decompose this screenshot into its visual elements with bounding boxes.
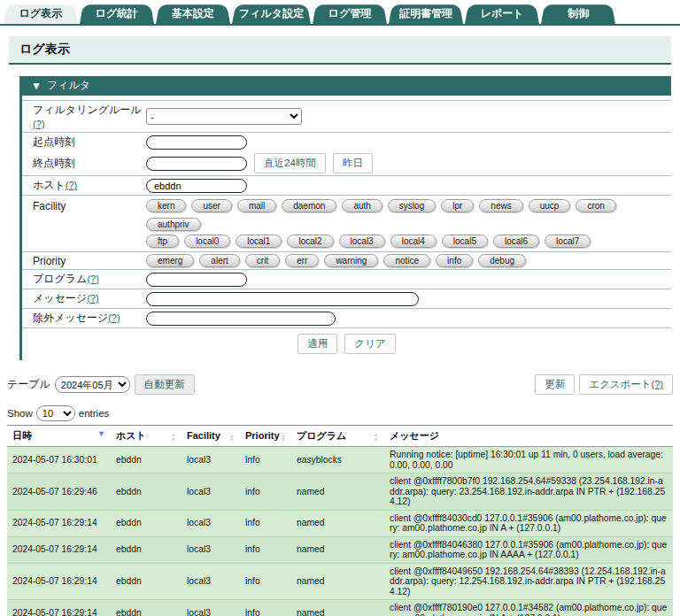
facility-pill-kern[interactable]: kern [146,199,186,212]
cell-facility: local3 [182,447,240,474]
facility-pill-row-1: kernusermaildaemonauthsysloglprnewsuucpc… [146,199,671,231]
facility-pill-news[interactable]: news [479,199,522,212]
cell-facility: local3 [182,474,240,511]
facility-pill-local3[interactable]: local3 [339,235,385,248]
priority-pill-emerg[interactable]: emerg [146,254,194,267]
filter-row-program: プログラム(?) [22,269,671,289]
priority-pill-info[interactable]: info [436,254,473,267]
priority-pill-crit[interactable]: crit [245,254,280,267]
export-button[interactable]: エクスポート(?) [579,374,673,395]
program-input[interactable] [146,273,247,287]
month-select[interactable]: 2024年05月 [55,376,130,393]
priority-pill-warning[interactable]: warning [324,254,378,267]
facility-pill-auth[interactable]: auth [342,199,382,212]
filtering-rule-select[interactable]: - [146,108,302,125]
facility-pill-lpr[interactable]: lpr [441,199,474,212]
filter-collapse-header[interactable]: ▼ フィルタ [22,76,671,96]
table-row[interactable]: 2024-05-07 16:29:14ebddnlocal3infonamedc… [7,536,673,563]
clear-button[interactable]: クリア [344,334,395,354]
program-help-link[interactable]: (?) [87,273,98,284]
priority-pill-alert[interactable]: alert [199,254,239,267]
facility-pill-syslog[interactable]: syslog [388,199,436,212]
facility-pill-row-2: ftplocal0local1local2local3local4local5l… [146,235,671,248]
cell-host: ebddn [111,474,182,511]
message-help-link[interactable]: (?) [87,293,98,304]
auto-refresh-button[interactable]: 自動更新 [135,374,195,395]
column-header-program[interactable]: プログラム▲▼ [291,426,384,447]
end-time-input[interactable] [146,157,247,171]
start-time-input[interactable] [146,135,247,150]
tab-ログ統計[interactable]: ログ統計 [80,3,154,24]
facility-pill-user[interactable]: user [191,199,231,212]
facility-pill-local7[interactable]: local7 [545,235,591,248]
page-length-select[interactable]: 10 [36,405,75,421]
sort-icons: ▲▼ [229,433,235,443]
tab-ログ管理[interactable]: ログ管理 [313,3,387,24]
facility-label: Facility [33,197,146,212]
cell-priority: info [240,600,291,616]
cell-message: client @0xffff84030cd0 127.0.0.1#35906 (… [384,510,673,536]
cell-datetime: 2024-05-07 16:30:01 [7,447,111,474]
facility-pill-daemon[interactable]: daemon [282,199,336,212]
cell-host: ebddn [111,536,182,563]
facility-pill-local2[interactable]: local2 [287,235,333,248]
exclude-message-input[interactable] [146,312,336,326]
refresh-button[interactable]: 更新 [535,374,575,395]
facility-pill-mail[interactable]: mail [237,199,276,212]
end-time-label: 終点時刻 [33,156,146,171]
facility-pill-local6[interactable]: local6 [493,235,539,248]
filter-actions-row: 適用 クリア [22,327,671,360]
host-help-link[interactable]: (?) [66,180,77,190]
filter-row-start-time: 起点時刻 [22,132,671,151]
cell-host: ebddn [111,600,182,616]
facility-pill-local5[interactable]: local5 [442,235,488,248]
tab-証明書管理[interactable]: 証明書管理 [389,3,463,24]
column-header-facility[interactable]: Facility▲▼ [182,426,240,447]
filter-row-rule: フィルタリングルール (?) - [22,100,671,132]
column-header-host[interactable]: ホスト▲▼ [111,426,182,447]
table-row[interactable]: 2024-05-07 16:29:14ebddnlocal3infonamedc… [7,600,673,616]
cell-priority: info [240,447,291,474]
yesterday-button[interactable]: 昨日 [333,153,373,173]
priority-pill-notice[interactable]: notice [383,254,430,267]
priority-pill-debug[interactable]: debug [478,254,526,267]
host-input[interactable] [146,179,247,193]
sort-icons: ▲▼ [171,432,176,442]
sort-icons: ▲▼ [281,433,286,443]
tab-ログ表示[interactable]: ログ表示 [4,3,78,24]
export-help-link[interactable]: (?) [652,379,663,389]
facility-pill-ftp[interactable]: ftp [146,235,179,248]
priority-label: Priority [33,255,146,267]
priority-pill-err[interactable]: err [285,254,319,267]
length-menu: Show 10 entries [7,405,673,421]
table-row[interactable]: 2024-05-07 16:29:46ebddnlocal3infonamedc… [7,474,673,511]
facility-pill-authpriv[interactable]: authpriv [146,218,201,231]
apply-button[interactable]: 適用 [298,334,337,354]
last-24h-button[interactable]: 直近24時間 [254,153,326,173]
table-row[interactable]: 2024-05-07 16:29:14ebddnlocal3infonamedc… [7,563,673,600]
message-input[interactable] [146,292,419,306]
log-table: 日時▼ ホスト▲▼ Facility▲▼ Priority▲▼ プログラム▲▼ … [7,425,673,616]
facility-pill-local1[interactable]: local1 [236,235,282,248]
rule-help-link[interactable]: (?) [33,119,44,129]
column-header-message[interactable]: メッセージ [384,426,673,447]
filter-title: フィルタ [47,78,90,93]
exclude-help-link[interactable]: (?) [108,312,120,323]
facility-pill-cron[interactable]: cron [576,199,615,212]
cell-facility: local3 [182,600,240,616]
table-row[interactable]: 2024-05-07 16:29:14ebddnlocal3infonamedc… [7,510,673,536]
tab-レポート[interactable]: レポート [465,3,539,24]
table-row[interactable]: 2024-05-07 16:30:01ebddnlocal3infoeasybl… [7,447,673,474]
filter-row-host: ホスト(?) [22,175,671,195]
column-header-datetime[interactable]: 日時▼ [7,426,111,447]
tab-制御[interactable]: 制御 [541,3,615,24]
facility-pill-local4[interactable]: local4 [390,235,437,248]
cell-datetime: 2024-05-07 16:29:14 [7,600,111,616]
tab-フィルタ設定[interactable]: フィルタ設定 [232,3,311,24]
facility-pill-uucp[interactable]: uucp [529,199,571,212]
column-header-priority[interactable]: Priority▲▼ [240,426,291,447]
tab-基本設定[interactable]: 基本設定 [156,3,230,24]
sort-desc-icon: ▼ [97,429,105,438]
table-controls: テーブル 2024年05月 自動更新 更新 エクスポート(?) [7,374,673,395]
facility-pill-local0[interactable]: local0 [184,235,230,248]
